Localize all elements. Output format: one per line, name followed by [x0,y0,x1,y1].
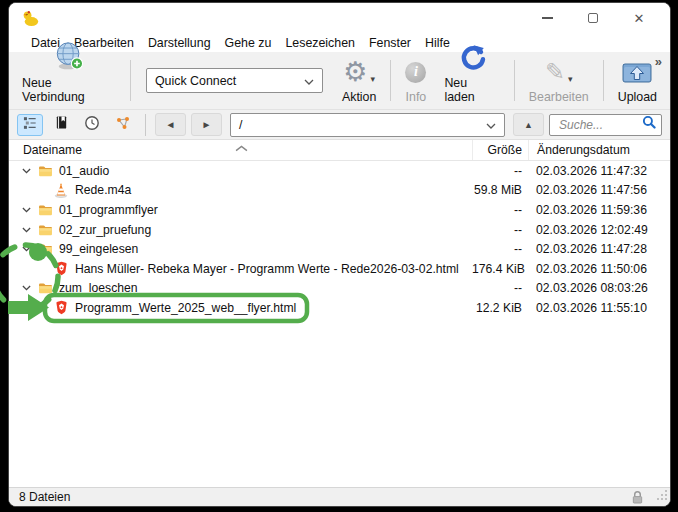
quick-connect-combobox[interactable]: Quick Connect [146,68,323,93]
history-view-toggle[interactable] [79,114,105,136]
file-date: 02.03.2026 11:47:32 [528,164,670,178]
file-size: -- [472,164,528,178]
reload-button[interactable]: Neu laden [435,52,508,109]
brave-html-icon [53,261,69,276]
toolbar-overflow-button[interactable]: » [655,54,662,69]
vlc-cone-icon [53,183,69,198]
path-combobox[interactable]: / [230,113,505,137]
close-icon: ✕ [634,11,645,26]
new-connection-label: Neue Verbindung [22,76,116,104]
file-size: -- [472,281,528,295]
file-date: 02.03.2026 11:59:36 [528,203,670,217]
file-name-cell: 01_audio [9,164,472,178]
chevron-down-icon[interactable] [22,285,33,291]
menu-darstellung[interactable]: Darstellung [141,36,218,50]
file-name: 02_zur_pruefung [57,223,151,237]
info-label: Info [406,90,427,104]
minimize-icon [542,17,553,18]
chevron-down-icon [486,118,496,132]
resize-grip[interactable] [656,489,668,504]
file-name-cell: Rede.m4a [9,183,472,198]
new-connection-button[interactable]: Neue Verbindung [13,52,125,109]
lock-icon [631,490,644,507]
outline-view-toggle[interactable] [17,114,43,136]
edit-label: Bearbeiten [529,90,589,104]
close-button[interactable]: ✕ [616,3,662,33]
file-date: 02.03.2026 11:55:10 [528,301,670,315]
upload-folder-icon [621,57,653,88]
navbar-separator [145,114,146,136]
menu-gehe-zu[interactable]: Gehe zu [218,36,279,50]
search-input[interactable] [557,117,642,133]
file-name: 01_audio [57,164,109,178]
forward-button[interactable]: ► [191,113,222,136]
file-name-cell: 99_eingelesen [9,242,472,256]
action-button[interactable]: ⚙ ▾ Aktion [333,52,385,109]
table-row[interactable]: Hans Müller- Rebeka Mayer - Programm Wer… [9,259,670,279]
info-button[interactable]: i Info [396,52,435,109]
folder-icon [37,204,53,216]
back-arrow-icon: ◄ [166,119,176,130]
chevron-down-icon: ▾ [568,74,573,84]
forward-arrow-icon: ► [202,119,212,130]
brave-html-icon [53,300,69,315]
file-name-cell: Hans Müller- Rebeka Mayer - Programm Wer… [9,261,472,276]
maximize-button[interactable] [570,3,616,33]
file-list-body[interactable]: 01_audio--02.03.2026 11:47:32Rede.m4a59.… [9,161,670,489]
app-window: ✕ Datei Bearbeiten Darstellung Gehe zu L… [8,2,671,507]
table-row[interactable]: 99_eingelesen--02.03.2026 11:47:28 [9,239,670,259]
table-row[interactable]: zum_loeschen--02.03.2026 08:03:26 [9,279,670,299]
table-row[interactable]: 01_programmflyer--02.03.2026 11:59:36 [9,200,670,220]
file-date: 02.03.2026 12:02:49 [528,223,670,237]
file-name: zum_loeschen [57,281,138,295]
column-header-aenderungsdatum[interactable]: Änderungsdatum [528,140,670,160]
menu-lesezeichen[interactable]: Lesezeichen [278,36,362,50]
column-header-groesse[interactable]: Größe [472,140,528,160]
file-name: Hans Müller- Rebeka Mayer - Programm Wer… [73,262,459,276]
info-icon: i [405,62,426,83]
up-directory-button[interactable]: ▲ [513,113,544,136]
chevron-down-icon[interactable] [22,168,33,174]
file-size: 176.4 KiB [472,262,528,276]
quick-connect-value: Quick Connect [155,74,236,88]
clock-icon [84,115,100,135]
toolbar-separator [603,60,604,101]
reload-arrow-icon [459,44,486,74]
bonjour-view-toggle[interactable] [110,114,136,136]
reload-label: Neu laden [444,76,499,104]
menu-fenster[interactable]: Fenster [362,36,418,50]
chevron-down-icon[interactable] [22,227,33,233]
file-size: 59.8 MiB [472,183,528,197]
folder-icon [37,243,53,255]
sort-ascending-icon [235,141,248,155]
file-size: 12.2 KiB [472,301,528,315]
edit-button[interactable]: ✎ ▾ Bearbeiten [520,52,598,109]
titlebar: ✕ [9,3,670,33]
gear-icon: ⚙ [343,59,367,85]
table-row[interactable]: 02_zur_pruefung--02.03.2026 12:02:49 [9,220,670,240]
back-button[interactable]: ◄ [155,113,186,136]
toolbar-separator [130,60,131,101]
table-row[interactable]: Programm_Werte_2025_web__flyer.html12.2 … [9,298,670,318]
file-size: -- [472,242,528,256]
statusbar: 8 Dateien [9,487,670,506]
file-name: Programm_Werte_2025_web__flyer.html [73,301,296,315]
minimize-button[interactable] [524,3,570,33]
bookmarks-view-toggle[interactable] [48,114,74,136]
search-field[interactable] [549,114,662,136]
chevron-down-icon[interactable] [22,207,33,213]
globe-plus-icon [54,41,84,74]
status-text: 8 Dateien [19,490,70,504]
chevron-down-icon[interactable] [22,246,33,252]
file-date: 02.03.2026 11:47:56 [528,183,670,197]
navigation-bar: ◄ ► / ▲ [9,110,670,140]
table-row[interactable]: 01_audio--02.03.2026 11:47:32 [9,161,670,181]
folder-icon [37,282,53,294]
file-list-header: Dateiname Größe Änderungsdatum [9,140,670,161]
file-date: 02.03.2026 11:47:28 [528,242,670,256]
menu-hilfe[interactable]: Hilfe [418,36,457,50]
chevron-down-icon [304,74,314,88]
maximize-icon [588,13,598,23]
table-row[interactable]: Rede.m4a59.8 MiB02.03.2026 11:47:56 [9,181,670,201]
file-name-cell: 01_programmflyer [9,203,472,217]
